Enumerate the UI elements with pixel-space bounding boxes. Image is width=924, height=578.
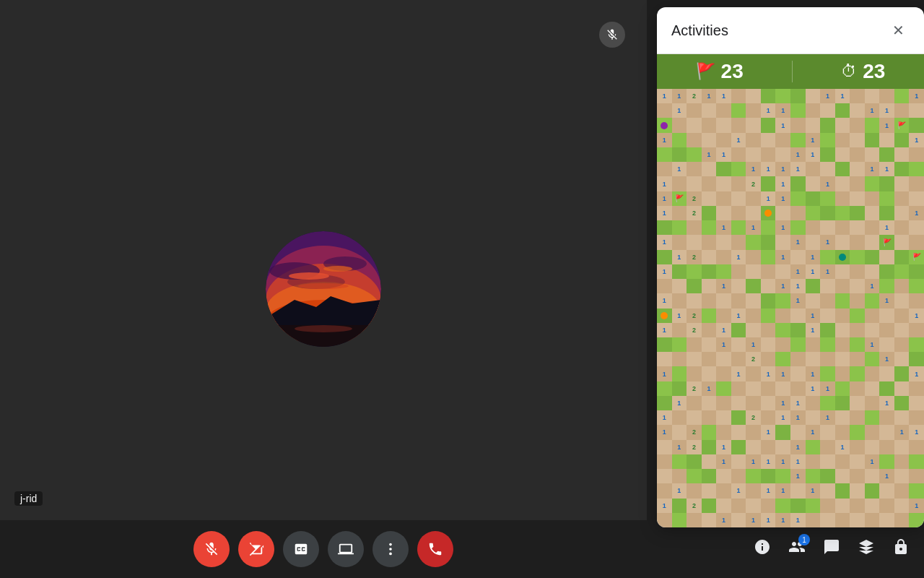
cell[interactable]: 1 xyxy=(909,309,924,323)
cell[interactable] xyxy=(820,133,835,147)
cell[interactable]: 1 xyxy=(790,469,806,483)
cell[interactable] xyxy=(806,206,821,220)
cell[interactable] xyxy=(850,337,865,352)
cell[interactable] xyxy=(775,425,790,439)
cell[interactable]: 1 xyxy=(790,293,806,308)
cell[interactable] xyxy=(850,191,865,206)
cell[interactable]: 1 xyxy=(790,396,806,410)
cell[interactable]: 1 xyxy=(672,103,687,118)
cell[interactable] xyxy=(820,250,835,264)
cell[interactable] xyxy=(716,499,731,513)
cell[interactable] xyxy=(820,483,835,498)
cell[interactable] xyxy=(716,133,731,147)
cell[interactable]: 1 xyxy=(865,279,880,293)
cell[interactable] xyxy=(746,147,761,162)
cell[interactable] xyxy=(894,235,910,249)
cell[interactable] xyxy=(806,454,821,469)
cell[interactable]: 1 xyxy=(716,147,731,162)
cell[interactable] xyxy=(850,103,865,118)
cell[interactable] xyxy=(820,469,835,483)
cell[interactable]: 1 xyxy=(731,133,746,147)
cell[interactable]: 1 xyxy=(790,235,806,249)
cell[interactable]: 1 xyxy=(657,133,672,147)
cell[interactable] xyxy=(820,396,835,410)
cell[interactable] xyxy=(806,118,821,132)
cell[interactable] xyxy=(657,396,672,410)
cell[interactable] xyxy=(909,410,924,425)
cell[interactable] xyxy=(820,309,835,323)
people-button[interactable]: 1 xyxy=(788,538,806,560)
cell[interactable] xyxy=(761,352,776,366)
cell[interactable]: 1 xyxy=(672,89,687,103)
cell[interactable]: 2 xyxy=(746,410,761,425)
cell[interactable] xyxy=(835,176,850,191)
cell[interactable]: 1 xyxy=(746,513,761,527)
cell[interactable] xyxy=(761,220,776,235)
cell[interactable] xyxy=(909,235,924,249)
cell[interactable] xyxy=(672,293,687,308)
cell[interactable] xyxy=(687,133,702,147)
cell[interactable] xyxy=(790,309,806,323)
cell[interactable]: 1 xyxy=(806,483,821,498)
cell[interactable] xyxy=(731,425,746,439)
cell[interactable] xyxy=(687,162,702,176)
cell[interactable] xyxy=(702,293,717,308)
cell[interactable]: 1 xyxy=(806,147,821,162)
cell[interactable] xyxy=(731,337,746,352)
cell[interactable] xyxy=(865,250,880,264)
cell[interactable]: 1 xyxy=(790,147,806,162)
cell[interactable] xyxy=(850,352,865,366)
cell[interactable]: 2 xyxy=(687,499,702,513)
cell[interactable]: 1 xyxy=(716,89,731,103)
cell[interactable] xyxy=(806,162,821,176)
cell[interactable] xyxy=(687,220,702,235)
cell[interactable] xyxy=(879,147,894,162)
cell[interactable] xyxy=(909,176,924,191)
cell[interactable] xyxy=(850,396,865,410)
cell[interactable] xyxy=(716,118,731,132)
cell[interactable] xyxy=(850,410,865,425)
cell[interactable] xyxy=(657,454,672,469)
camera-button[interactable] xyxy=(238,531,274,567)
cell[interactable] xyxy=(806,235,821,249)
cell[interactable] xyxy=(850,279,865,293)
cell[interactable] xyxy=(657,279,672,293)
cell[interactable] xyxy=(657,162,672,176)
cell[interactable] xyxy=(716,366,731,381)
cell[interactable] xyxy=(850,89,865,103)
cell[interactable]: 1 xyxy=(775,483,790,498)
cell[interactable] xyxy=(775,206,790,220)
chat-button[interactable] xyxy=(823,538,840,560)
cell[interactable]: 1 xyxy=(790,162,806,176)
cell[interactable] xyxy=(879,191,894,206)
cell[interactable] xyxy=(761,147,776,162)
cell[interactable]: 1 xyxy=(775,191,790,206)
cell[interactable] xyxy=(672,235,687,249)
cell[interactable] xyxy=(761,279,776,293)
cell[interactable] xyxy=(806,279,821,293)
cell[interactable] xyxy=(746,279,761,293)
cell[interactable] xyxy=(687,337,702,352)
cell[interactable]: 🚩 xyxy=(879,235,894,249)
cell[interactable]: 1 xyxy=(790,410,806,425)
cell[interactable] xyxy=(850,235,865,249)
cell[interactable] xyxy=(775,337,790,352)
cell[interactable] xyxy=(850,176,865,191)
cell[interactable]: 1 xyxy=(879,220,894,235)
cell[interactable] xyxy=(716,176,731,191)
cell[interactable] xyxy=(909,513,924,527)
cell[interactable] xyxy=(806,440,821,454)
cell[interactable] xyxy=(879,250,894,264)
cell[interactable]: 1 xyxy=(806,250,821,264)
cell[interactable] xyxy=(716,309,731,323)
cell[interactable] xyxy=(687,279,702,293)
cell[interactable] xyxy=(716,264,731,279)
cell[interactable] xyxy=(687,483,702,498)
cell[interactable] xyxy=(909,381,924,396)
cell[interactable]: 1 xyxy=(775,396,790,410)
cell[interactable] xyxy=(850,220,865,235)
cell[interactable] xyxy=(761,396,776,410)
cell[interactable]: 1 xyxy=(761,454,776,469)
cell[interactable] xyxy=(909,469,924,483)
cell[interactable] xyxy=(716,483,731,498)
